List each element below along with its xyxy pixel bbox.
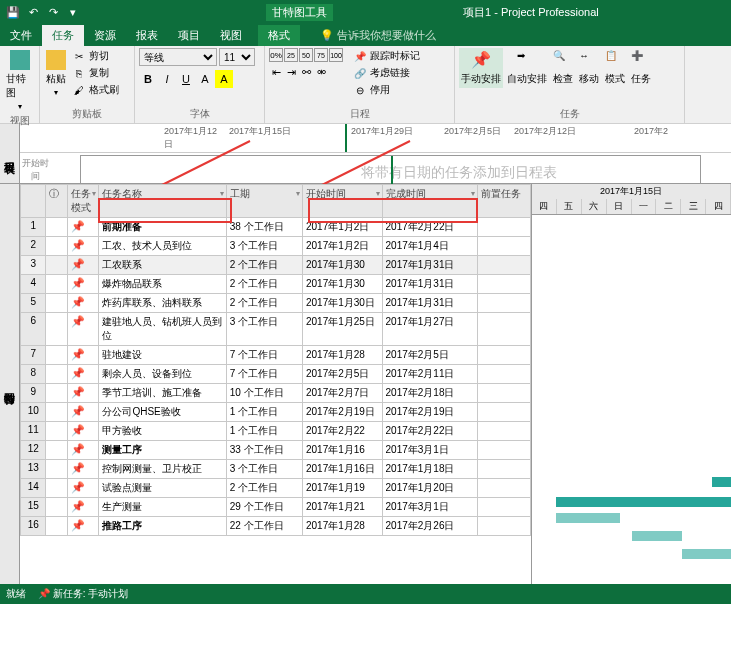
col-duration[interactable]: 工期▾ [226,185,302,218]
outdent-icon[interactable]: ⇤ [269,65,283,79]
pred-cell[interactable] [477,218,530,237]
duration-cell[interactable]: 10 个工作日 [226,384,302,403]
tab-report[interactable]: 报表 [126,25,168,46]
mode-cell[interactable]: 📌 [67,365,99,384]
info-cell[interactable] [46,384,67,403]
track-mark-button[interactable]: 📌跟踪时标记 [351,48,422,64]
row-number[interactable]: 13 [21,460,46,479]
table-row[interactable]: 15 📌 生产测量 29 个工作日 2017年1月21 2017年3月1日 [21,498,531,517]
format-painter-button[interactable]: 🖌格式刷 [70,82,121,98]
gantt-bar[interactable] [682,549,731,559]
mode-cell[interactable]: 📌 [67,294,99,313]
name-cell[interactable]: 建驻地人员、钻机班人员到位 [99,313,226,346]
info-cell[interactable] [46,498,67,517]
bold-button[interactable]: B [139,70,157,88]
duration-cell[interactable]: 2 个工作日 [226,256,302,275]
tab-view[interactable]: 视图 [210,25,252,46]
start-cell[interactable]: 2017年1月25日 [303,313,383,346]
gantt-bar[interactable] [556,497,731,507]
info-cell[interactable] [46,256,67,275]
gantt-view-button[interactable]: 甘特图▾ [4,48,35,113]
undo-icon[interactable]: ↶ [24,3,42,21]
pred-cell[interactable] [477,403,530,422]
row-number[interactable]: 2 [21,237,46,256]
pred-cell[interactable] [477,256,530,275]
tab-file[interactable]: 文件 [0,25,42,46]
col-mode[interactable]: 任务模式▾ [67,185,99,218]
percent-50-icon[interactable]: 50 [299,48,313,62]
start-cell[interactable]: 2017年1月21 [303,498,383,517]
gantt-bar[interactable] [556,513,620,523]
info-cell[interactable] [46,422,67,441]
info-cell[interactable] [46,275,67,294]
row-number[interactable]: 11 [21,422,46,441]
table-row[interactable]: 6 📌 建驻地人员、钻机班人员到位 3 个工作日 2017年1月25日 2017… [21,313,531,346]
finish-cell[interactable]: 2017年1月18日 [382,460,477,479]
italic-button[interactable]: I [158,70,176,88]
finish-cell[interactable]: 2017年1月4日 [382,237,477,256]
finish-cell[interactable]: 2017年3月1日 [382,498,477,517]
percent-100-icon[interactable]: 100 [329,48,343,62]
name-cell[interactable]: 生产测量 [99,498,226,517]
pred-cell[interactable] [477,441,530,460]
tab-resource[interactable]: 资源 [84,25,126,46]
table-row[interactable]: 16 📌 推路工序 22 个工作日 2017年1月28 2017年2月26日 [21,517,531,536]
save-icon[interactable]: 💾 [4,3,22,21]
start-cell[interactable]: 2017年1月28 [303,517,383,536]
duration-cell[interactable]: 38 个工作日 [226,218,302,237]
name-cell[interactable]: 控制网测量、卫片校正 [99,460,226,479]
task-table[interactable]: ⓘ 任务模式▾ 任务名称▾ 工期▾ 开始时间▾ 完成时间▾ 前置任务 1 📌 前… [20,184,531,536]
col-start[interactable]: 开始时间▾ [303,185,383,218]
start-cell[interactable]: 2017年2月19日 [303,403,383,422]
row-number[interactable]: 10 [21,403,46,422]
duration-cell[interactable]: 2 个工作日 [226,479,302,498]
deactivate-button[interactable]: ⊖停用 [351,82,422,98]
name-cell[interactable]: 测量工序 [99,441,226,460]
mode-cell[interactable]: 📌 [67,517,99,536]
mode-button[interactable]: 📋模式 [603,48,627,88]
start-cell[interactable]: 2017年1月30 [303,256,383,275]
mode-cell[interactable]: 📌 [67,256,99,275]
table-row[interactable]: 4 📌 爆炸物品联系 2 个工作日 2017年1月30 2017年1月31日 [21,275,531,294]
duration-cell[interactable]: 3 个工作日 [226,237,302,256]
start-cell[interactable]: 2017年1月30日 [303,294,383,313]
row-number[interactable]: 14 [21,479,46,498]
row-number[interactable]: 7 [21,346,46,365]
finish-cell[interactable]: 2017年1月27日 [382,313,477,346]
pred-cell[interactable] [477,313,530,346]
duration-cell[interactable]: 1 个工作日 [226,403,302,422]
mode-cell[interactable]: 📌 [67,313,99,346]
row-number[interactable]: 9 [21,384,46,403]
finish-cell[interactable]: 2017年1月31日 [382,256,477,275]
auto-schedule-button[interactable]: ➡自动安排 [505,48,549,88]
col-rownum[interactable] [21,185,46,218]
pred-cell[interactable] [477,237,530,256]
name-cell[interactable]: 驻地建设 [99,346,226,365]
start-cell[interactable]: 2017年1月19 [303,479,383,498]
row-number[interactable]: 4 [21,275,46,294]
finish-cell[interactable]: 2017年3月1日 [382,441,477,460]
start-cell[interactable]: 2017年2月7日 [303,384,383,403]
pred-cell[interactable] [477,275,530,294]
duration-cell[interactable]: 1 个工作日 [226,422,302,441]
start-cell[interactable]: 2017年2月22 [303,422,383,441]
tab-project[interactable]: 项目 [168,25,210,46]
name-cell[interactable]: 剩余人员、设备到位 [99,365,226,384]
name-cell[interactable]: 工农、技术人员到位 [99,237,226,256]
manual-schedule-button[interactable]: 📌手动安排 [459,48,503,88]
col-name[interactable]: 任务名称▾ [99,185,226,218]
start-cell[interactable]: 2017年1月16日 [303,460,383,479]
mode-cell[interactable]: 📌 [67,275,99,294]
duration-cell[interactable]: 2 个工作日 [226,294,302,313]
info-cell[interactable] [46,294,67,313]
finish-cell[interactable]: 2017年2月5日 [382,346,477,365]
font-size-select[interactable]: 11 [219,48,255,66]
table-row[interactable]: 14 📌 试验点测量 2 个工作日 2017年1月19 2017年1月20日 [21,479,531,498]
pred-cell[interactable] [477,460,530,479]
table-row[interactable]: 7 📌 驻地建设 7 个工作日 2017年1月28 2017年2月5日 [21,346,531,365]
info-cell[interactable] [46,237,67,256]
mode-cell[interactable]: 📌 [67,460,99,479]
finish-cell[interactable]: 2017年2月19日 [382,403,477,422]
mode-cell[interactable]: 📌 [67,498,99,517]
percent-25-icon[interactable]: 25 [284,48,298,62]
